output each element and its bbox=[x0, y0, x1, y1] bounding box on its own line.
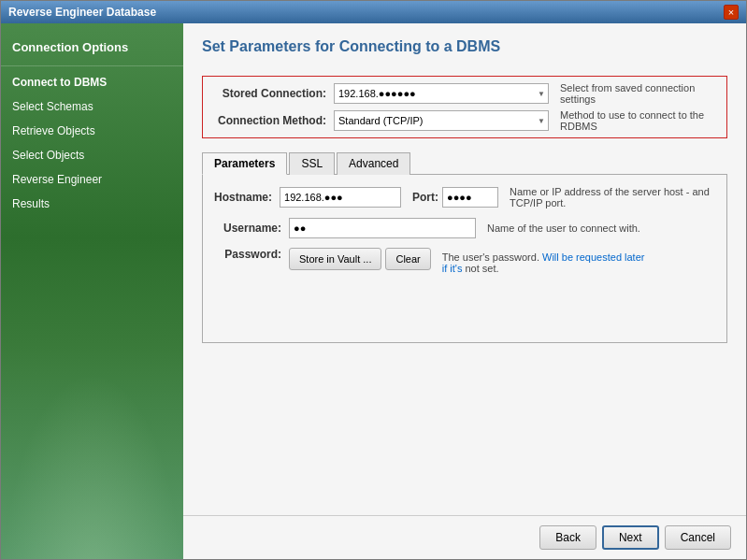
connection-method-wrapper: Standard (TCP/IP) Method to use to conne… bbox=[334, 109, 717, 132]
port-label: Port: bbox=[412, 191, 438, 204]
tab-ssl[interactable]: SSL bbox=[289, 152, 335, 175]
hostname-row: Hostname: Port: Name or IP address of th… bbox=[214, 186, 715, 208]
tab-advanced[interactable]: Advanced bbox=[337, 152, 410, 175]
next-button[interactable]: Next bbox=[602, 525, 659, 550]
sidebar-item-connect-to-dbms[interactable]: Connect to DBMS bbox=[1, 70, 183, 94]
clear-button[interactable]: Clear bbox=[385, 248, 430, 270]
password-row: Password: Store in Vault ... Clear The u… bbox=[214, 248, 715, 274]
username-row: Username: Name of the user to connect wi… bbox=[214, 218, 715, 238]
connection-method-select-wrapper: Standard (TCP/IP) bbox=[334, 110, 549, 131]
password-hint: The user's password. Will be requested l… bbox=[442, 248, 648, 274]
tabs-container: Parameters SSL Advanced Hostname: Port: bbox=[202, 151, 727, 343]
hostname-input[interactable] bbox=[280, 187, 401, 208]
title-bar: Reverse Engineer Database × bbox=[1, 1, 746, 23]
connection-method-select[interactable]: Standard (TCP/IP) bbox=[334, 110, 549, 131]
stored-connection-hint: Select from saved connection settings bbox=[560, 82, 717, 105]
sidebar-item-select-schemas[interactable]: Select Schemas bbox=[1, 94, 183, 119]
hostname-label: Hostname: bbox=[214, 191, 280, 204]
store-in-vault-button[interactable]: Store in Vault ... bbox=[289, 248, 381, 270]
username-input[interactable] bbox=[289, 218, 476, 238]
stored-connection-select-wrapper: 192.168.●●●●●● bbox=[334, 83, 549, 104]
spacer bbox=[183, 343, 746, 515]
connection-method-row: Connection Method: Standard (TCP/IP) Met… bbox=[212, 109, 717, 132]
hostname-hint: Name or IP address of the server host - … bbox=[510, 186, 715, 208]
sidebar-title: Connection Options bbox=[1, 33, 183, 66]
port-input[interactable] bbox=[442, 187, 498, 208]
stored-connection-row: Stored Connection: 192.168.●●●●●● Select… bbox=[212, 82, 717, 105]
tab-content-parameters: Hostname: Port: Name or IP address of th… bbox=[202, 175, 727, 343]
main-header: Set Parameters for Connecting to a DBMS bbox=[183, 23, 746, 76]
cancel-button[interactable]: Cancel bbox=[665, 525, 731, 550]
window-body: Connection Options Connect to DBMS Selec… bbox=[1, 23, 746, 559]
tabs-header: Parameters SSL Advanced bbox=[202, 151, 727, 175]
main-window: Reverse Engineer Database × Connection O… bbox=[0, 0, 747, 560]
username-label: Username: bbox=[214, 222, 289, 235]
window-title: Reverse Engineer Database bbox=[8, 6, 156, 19]
connection-method-hint: Method to use to connect to the RDBMS bbox=[560, 109, 717, 132]
main-content: Set Parameters for Connecting to a DBMS … bbox=[183, 23, 746, 559]
stored-connection-label: Stored Connection: bbox=[212, 87, 334, 100]
sidebar-item-reverse-engineer[interactable]: Reverse Engineer bbox=[1, 167, 183, 192]
bottom-bar: Back Next Cancel bbox=[183, 515, 746, 559]
sidebar-item-results[interactable]: Results bbox=[1, 192, 183, 216]
tab-parameters[interactable]: Parameters bbox=[202, 152, 287, 175]
back-button[interactable]: Back bbox=[539, 525, 596, 550]
stored-connection-wrapper: 192.168.●●●●●● Select from saved connect… bbox=[334, 82, 717, 105]
sidebar-item-retrieve-objects[interactable]: Retrieve Objects bbox=[1, 119, 183, 143]
sidebar-item-select-objects[interactable]: Select Objects bbox=[1, 143, 183, 167]
connection-box: Stored Connection: 192.168.●●●●●● Select… bbox=[202, 76, 727, 138]
page-title: Set Parameters for Connecting to a DBMS bbox=[202, 38, 727, 55]
close-button[interactable]: × bbox=[724, 5, 739, 20]
stored-connection-select[interactable]: 192.168.●●●●●● bbox=[334, 83, 549, 104]
sidebar: Connection Options Connect to DBMS Selec… bbox=[1, 23, 183, 559]
connection-method-label: Connection Method: bbox=[212, 114, 334, 127]
password-buttons: Store in Vault ... Clear bbox=[289, 248, 431, 270]
username-hint: Name of the user to connect with. bbox=[487, 223, 640, 234]
password-label: Password: bbox=[214, 248, 289, 261]
